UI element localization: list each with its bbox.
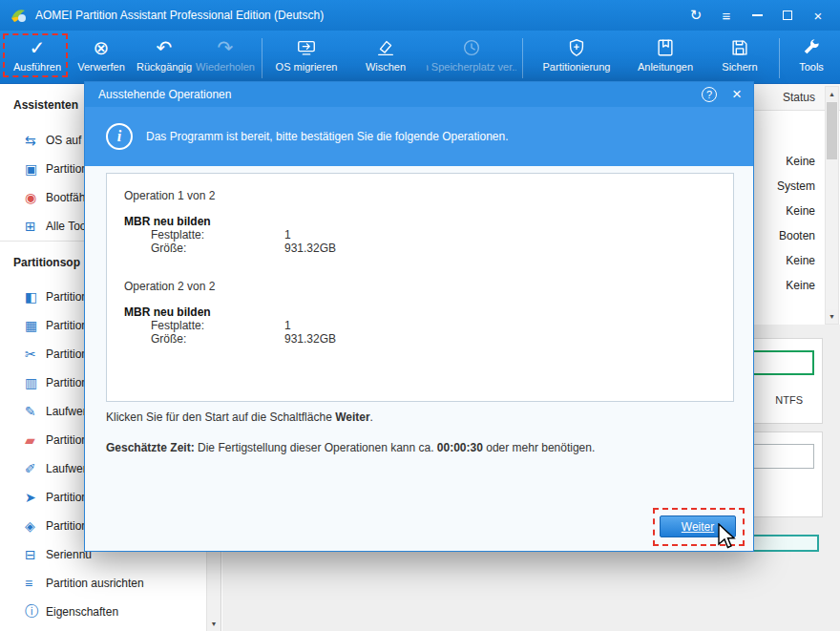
info-icon: i xyxy=(106,123,133,150)
undo-button[interactable]: ↶ Rückgängig xyxy=(134,36,195,80)
operation-header: Operation 1 von 2 xyxy=(124,189,716,202)
undo-label: Rückgängig xyxy=(136,61,192,73)
discard-icon: ⊗ xyxy=(94,36,110,59)
partitioning-button[interactable]: Partitionierung xyxy=(529,36,624,80)
window-title: AOMEI Partition Assistant Professional E… xyxy=(35,9,324,22)
dialog-close-icon[interactable]: × xyxy=(732,87,742,102)
dialog-body: Operation 1 von 2 MBR neu bilden Festpla… xyxy=(85,166,753,551)
migrate-os-button[interactable]: OS migrieren xyxy=(268,36,345,80)
scroll-up-icon[interactable]: ▲ xyxy=(826,87,838,101)
partitioning-label: Partitionierung xyxy=(543,61,611,73)
tools-button[interactable]: Tools xyxy=(786,36,837,80)
operation-block: Operation 1 von 2 MBR neu bilden Festpla… xyxy=(124,189,716,255)
sidebar-item-align-partition[interactable]: ≡ Partition ausrichten xyxy=(0,569,220,598)
titlebar: AOMEI Partition Assistant Professional E… xyxy=(0,0,840,31)
toolbar-separator xyxy=(262,38,262,78)
help-icon[interactable]: ? xyxy=(702,87,717,102)
all-tools-icon: ⊞ xyxy=(25,219,46,234)
split-partition-icon: ✂ xyxy=(25,347,46,362)
properties-info-icon: ⓘ xyxy=(25,603,46,620)
status-value: System xyxy=(777,179,815,193)
undo-icon: ↶ xyxy=(157,36,173,59)
sidebar-item-label: Partition xyxy=(46,347,88,361)
bootable-media-icon: ◉ xyxy=(25,190,46,205)
move-partition-icon: ➤ xyxy=(25,490,46,505)
status-value: Keine xyxy=(786,254,815,267)
backup-label: Sichern xyxy=(722,61,757,73)
status-value: Keine xyxy=(786,204,815,218)
minimize-button[interactable] xyxy=(745,5,769,26)
tools-label: Tools xyxy=(799,61,824,73)
sidebar-item-properties[interactable]: ⓘ Eigenschaften xyxy=(0,598,220,626)
dialog-info-text: Das Programm ist bereit, bitte bestätige… xyxy=(146,130,509,143)
wipe-icon xyxy=(375,36,396,59)
estimate-time: 00:00:30 xyxy=(437,441,483,454)
dialog-info-banner: i Das Programm ist bereit, bitte bestäti… xyxy=(85,107,753,166)
operation-name: MBR neu bilden xyxy=(124,215,716,228)
format-partition-icon: ▥ xyxy=(25,375,46,390)
scroll-down-icon[interactable]: ▼ xyxy=(207,617,220,631)
scroll-down-icon[interactable]: ▼ xyxy=(826,309,838,324)
apply-button[interactable]: ✓ Ausführen xyxy=(6,36,69,80)
allocate-space-label: n Speicherplatz ver... xyxy=(427,61,516,73)
minimize-icon xyxy=(752,14,763,16)
discard-label: Verwerfen xyxy=(77,61,125,73)
resize-partition-icon: ◧ xyxy=(25,289,46,305)
disk-label: Festplatte: xyxy=(124,319,284,332)
disk-label: Festplatte: xyxy=(124,228,284,242)
disk-value: 1 xyxy=(284,319,291,332)
operation-block: Operation 2 von 2 MBR neu bilden Festpla… xyxy=(124,280,716,346)
discard-button[interactable]: ⊗ Verwerfen xyxy=(69,36,134,80)
guides-button[interactable]: Anleitungen xyxy=(624,36,706,80)
apply-label: Ausführen xyxy=(13,61,61,73)
sidebar-item-label: Partition xyxy=(46,290,88,304)
sidebar-item-label: Partition xyxy=(46,319,88,332)
wipe-button[interactable]: Wischen xyxy=(345,36,427,80)
allocate-space-button: n Speicherplatz ver... xyxy=(427,36,516,80)
sidebar-item-label: Partition xyxy=(46,433,88,447)
status-value: Keine xyxy=(786,279,815,292)
shield-icon xyxy=(566,36,587,59)
sidebar-item-label: Partition xyxy=(46,376,88,389)
guides-label: Anleitungen xyxy=(638,61,693,73)
serial-number-icon: ⊟ xyxy=(25,547,46,562)
maximize-button[interactable] xyxy=(775,5,800,26)
drive-label-icon: ✐ xyxy=(25,461,46,476)
maximize-icon xyxy=(783,11,792,20)
menu-icon[interactable]: ≡ xyxy=(714,5,739,26)
drive-letter-icon: ✎ xyxy=(25,404,46,419)
operation-header: Operation 2 von 2 xyxy=(124,280,716,293)
dialog-note: Klicken Sie für den Start auf die Schalt… xyxy=(106,410,373,424)
sync-icon[interactable]: ↻ xyxy=(683,5,708,26)
redo-icon: ↷ xyxy=(218,36,234,59)
estimate-label: Geschätzte Zeit: xyxy=(106,441,195,454)
status-value: Keine xyxy=(786,155,815,168)
dialog-title: Ausstehende Operationen xyxy=(98,88,231,101)
clock-icon xyxy=(461,36,482,59)
sidebar-item-label: Eigenschaften xyxy=(46,605,118,619)
next-button[interactable]: Weiter xyxy=(660,515,736,537)
dialog-estimate: Geschätzte Zeit: Die Fertigstellung dies… xyxy=(106,441,595,454)
merge-partition-icon: ▦ xyxy=(25,318,46,333)
redo-label: Wiederholen xyxy=(196,61,255,73)
save-icon xyxy=(729,36,750,59)
toolbar-separator xyxy=(779,38,780,78)
size-label: Größe: xyxy=(124,332,284,346)
disk-value: 1 xyxy=(284,228,291,242)
operations-list: Operation 1 von 2 MBR neu bilden Festpla… xyxy=(106,173,734,402)
table-scrollbar[interactable]: ▲ ▼ xyxy=(825,86,839,325)
wipe-label: Wischen xyxy=(366,61,406,73)
backup-button[interactable]: Sichern xyxy=(706,36,773,80)
note-prefix: Klicken Sie für den Start auf die Schalt… xyxy=(106,410,335,424)
size-value: 931.32GB xyxy=(284,332,336,346)
sidebar-item-label: Partition ausrichten xyxy=(46,577,144,590)
note-suffix: . xyxy=(370,410,373,424)
estimate-suffix: oder mehr benötigen. xyxy=(483,441,595,454)
migrate-os-icon xyxy=(296,36,317,59)
size-label: Größe: xyxy=(124,242,284,255)
sidebar-item-label: Partition xyxy=(46,519,88,533)
close-button[interactable]: × xyxy=(806,5,830,26)
dialog-titlebar: Ausstehende Operationen ? × xyxy=(85,82,753,107)
estimate-text: Die Fertigstellung dieser Operationen ka… xyxy=(195,441,437,454)
scrollbar-thumb[interactable] xyxy=(827,102,837,159)
